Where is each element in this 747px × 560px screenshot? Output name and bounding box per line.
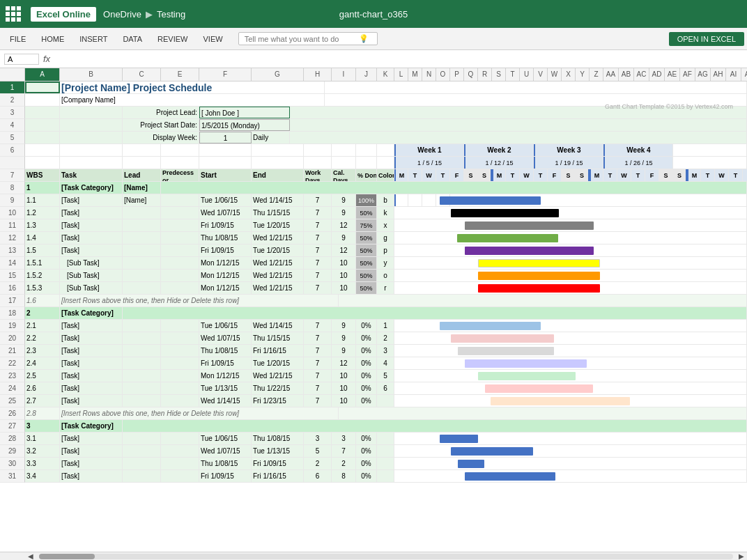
cell-C5[interactable]: Display Week: (123, 132, 199, 143)
cell-A20[interactable]: 2.2 (25, 332, 60, 344)
row-header-1[interactable]: 1 (0, 81, 25, 94)
row-header-8[interactable]: 8 (0, 182, 25, 194)
cell-F23[interactable]: Mon 1/12/15 (199, 370, 252, 382)
cell-J28[interactable]: 0% (356, 433, 377, 444)
cell-G31[interactable]: Fri 1/16/15 (252, 470, 304, 482)
row-header-23[interactable]: 23 (0, 370, 25, 382)
col-header-H[interactable]: H (304, 68, 332, 81)
cell-J16[interactable]: 50% (356, 282, 377, 294)
cell-A27[interactable]: 3 (25, 420, 60, 432)
scroll-right-btn[interactable]: ▶ (736, 552, 747, 560)
cell-C9[interactable]: [Name] (123, 194, 161, 206)
cell-H21[interactable]: 7 (304, 345, 332, 357)
row-header-11[interactable]: 11 (0, 219, 25, 232)
cell-A11[interactable]: 1.3 (25, 219, 60, 231)
cell-G25[interactable]: Fri 1/23/15 (252, 395, 304, 407)
cell-J25[interactable]: 0% (356, 395, 377, 407)
cell-I20[interactable]: 9 (332, 332, 356, 344)
cell-F28[interactable]: Tue 1/06/15 (199, 433, 252, 444)
cell-I22[interactable]: 12 (332, 357, 356, 369)
cell-B7[interactable]: Task (60, 169, 123, 181)
cell-A15[interactable]: 1.5.2 (25, 270, 60, 281)
cell-K23[interactable]: 5 (377, 370, 394, 382)
row-header-9[interactable]: 9 (0, 194, 25, 207)
col-header-L[interactable]: L (394, 68, 408, 81)
cell-G28[interactable]: Thu 1/08/15 (252, 433, 304, 444)
cell-K22[interactable]: 4 (377, 357, 394, 369)
col-header-F[interactable]: F (199, 68, 252, 81)
cell-K9[interactable]: b (377, 194, 394, 206)
cell-H23[interactable]: 7 (304, 370, 332, 382)
row-header-18[interactable]: 18 (0, 307, 25, 320)
cell-F5[interactable]: 1 (199, 132, 252, 143)
cell-J24[interactable]: 0% (356, 382, 377, 394)
cell-J19[interactable]: 0% (356, 320, 377, 332)
col-header-AA[interactable]: AA (603, 68, 619, 81)
cell-J7[interactable]: % Done (356, 169, 377, 181)
cell-C10[interactable] (123, 207, 161, 219)
cell-K14[interactable]: y (377, 257, 394, 269)
cell-A9[interactable]: 1.1 (25, 194, 60, 206)
cell-A31[interactable]: 3.4 (25, 470, 60, 482)
cell-J29[interactable]: 0% (356, 445, 377, 457)
menu-view[interactable]: VIEW (197, 32, 230, 46)
menu-data[interactable]: DATA (116, 32, 149, 46)
cell-H25[interactable]: 7 (304, 395, 332, 407)
cell-G16[interactable]: Wed 1/21/15 (252, 282, 304, 294)
row-header-15[interactable]: 15 (0, 270, 25, 282)
cell-K16[interactable]: r (377, 282, 394, 294)
cell-B13[interactable]: [Task] (60, 244, 123, 256)
cell-reference-box[interactable] (4, 54, 39, 65)
cell-E9[interactable] (161, 194, 199, 206)
cell-C21[interactable] (123, 345, 161, 357)
cell-G23[interactable]: Wed 1/21/15 (252, 370, 304, 382)
cell-I15[interactable]: 10 (332, 270, 356, 281)
cell-A30[interactable]: 3.3 (25, 458, 60, 469)
row-header-3[interactable]: 3 (0, 107, 25, 119)
col-header-AJ[interactable]: AJ (741, 68, 747, 81)
cell-G19[interactable]: Wed 1/14/15 (252, 320, 304, 332)
row-header-16[interactable]: 16 (0, 282, 25, 295)
cell-B10[interactable]: [Task] (60, 207, 123, 219)
cell-H19[interactable]: 7 (304, 320, 332, 332)
cell-H16[interactable]: 7 (304, 282, 332, 294)
cell-C14[interactable] (123, 257, 161, 269)
cell-C24[interactable] (123, 382, 161, 394)
cell-B19[interactable]: [Task] (60, 320, 123, 332)
cell-G14[interactable]: Wed 1/21/15 (252, 257, 304, 269)
col-header-Q[interactable]: Q (464, 68, 478, 81)
cell-C28[interactable] (123, 433, 161, 444)
cell-A1[interactable] (25, 81, 60, 93)
cell-I21[interactable]: 9 (332, 345, 356, 357)
col-header-M[interactable]: M (408, 68, 422, 81)
cell-F21[interactable]: Thu 1/08/15 (199, 345, 252, 357)
row-header-24[interactable]: 24 (0, 382, 25, 395)
col-header-W[interactable]: W (548, 68, 562, 81)
cell-H10[interactable]: 7 (304, 207, 332, 219)
row-header-30[interactable]: 30 (0, 458, 25, 470)
cell-F31[interactable]: Fri 1/09/15 (199, 470, 252, 482)
cell-C3[interactable]: Project Lead: (123, 107, 199, 118)
cell-G13[interactable]: Tue 1/20/15 (252, 244, 304, 256)
cell-C7[interactable]: Lead (123, 169, 161, 181)
cell-C15[interactable] (123, 270, 161, 281)
cell-A21[interactable]: 2.3 (25, 345, 60, 357)
breadcrumb-onedrive[interactable]: OneDrive (103, 9, 141, 20)
cell-B26[interactable]: [Insert Rows above this one, then Hide o… (60, 407, 339, 419)
col-header-AB[interactable]: AB (619, 68, 634, 81)
cell-C20[interactable] (123, 332, 161, 344)
cell-E20[interactable] (161, 332, 199, 344)
cell-B25[interactable]: [Task] (60, 395, 123, 407)
col-header-K[interactable]: K (377, 68, 394, 81)
cell-E29[interactable] (161, 445, 199, 457)
cell-E22[interactable] (161, 357, 199, 369)
row-header-13[interactable]: 13 (0, 244, 25, 257)
row-header-2[interactable]: 2 (0, 94, 25, 107)
app-grid-icon[interactable] (6, 6, 21, 22)
cell-K25[interactable] (377, 395, 394, 407)
cell-C25[interactable] (123, 395, 161, 407)
col-header-Z[interactable]: Z (590, 68, 603, 81)
col-header-AI[interactable]: AI (726, 68, 741, 81)
col-header-AG[interactable]: AG (695, 68, 711, 81)
cell-J22[interactable]: 0% (356, 357, 377, 369)
